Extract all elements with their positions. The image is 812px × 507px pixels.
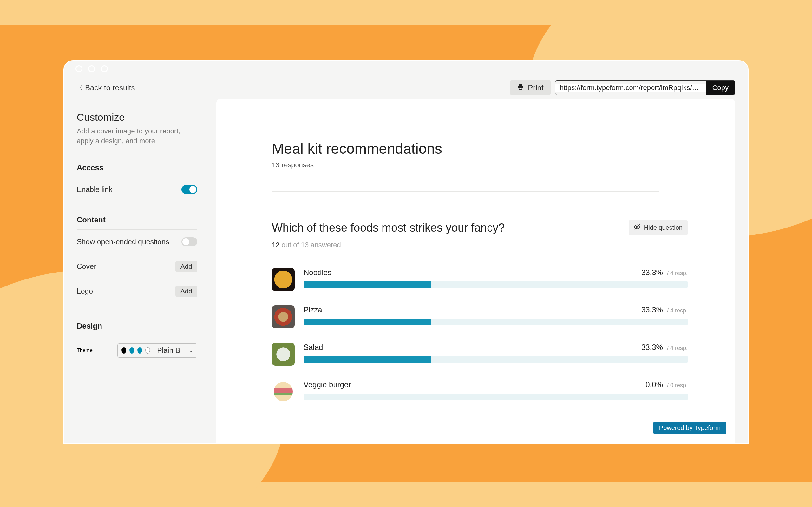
report-responses: 13 responses bbox=[272, 161, 707, 169]
report-title: Meal kit recommendations bbox=[272, 140, 707, 157]
option-respondents: / 4 resp. bbox=[665, 307, 688, 314]
option-bar-fill bbox=[304, 319, 432, 325]
cover-row: Cover Add bbox=[77, 255, 197, 279]
chevron-left-icon: 〈 bbox=[77, 84, 83, 92]
option-row: Noodles33.3% / 4 resp. bbox=[272, 268, 688, 291]
back-to-results-link[interactable]: 〈 Back to results bbox=[77, 83, 135, 92]
app-root: 〈 Back to results Print Copy Customiz bbox=[64, 77, 748, 443]
option-bar-track bbox=[304, 319, 688, 325]
logo-label: Logo bbox=[77, 287, 93, 296]
answered-count: 12 bbox=[272, 241, 280, 249]
option-bar-fill bbox=[304, 281, 432, 288]
enable-link-label: Enable link bbox=[77, 185, 113, 194]
option-percent: 33.3% bbox=[641, 343, 663, 351]
option-row: Salad33.3% / 4 resp. bbox=[272, 343, 688, 366]
option-label: Pizza bbox=[304, 305, 322, 314]
option-thumb bbox=[272, 305, 295, 328]
hide-question-label: Hide question bbox=[644, 224, 682, 231]
divider bbox=[272, 191, 659, 192]
question-header: Which of these foods most strikes your f… bbox=[272, 220, 707, 235]
logo-row: Logo Add bbox=[77, 279, 197, 304]
chevron-down-icon: ⌄ bbox=[189, 347, 193, 354]
theme-dropdown[interactable]: Plain B ⌄ bbox=[117, 343, 197, 358]
option-bar-track bbox=[304, 394, 688, 400]
sidebar-title: Customize bbox=[77, 112, 197, 123]
option-bar-track bbox=[304, 356, 688, 362]
cover-label: Cover bbox=[77, 262, 96, 271]
window-titlebar bbox=[64, 61, 748, 77]
option-respondents: / 4 resp. bbox=[665, 270, 688, 276]
content-heading: Content bbox=[77, 210, 197, 230]
copy-label: Copy bbox=[712, 83, 728, 92]
customize-sidebar: Customize Add a cover image to your repo… bbox=[77, 99, 207, 443]
printer-icon bbox=[517, 83, 524, 92]
theme-row: Theme Plain B ⌄ bbox=[77, 336, 197, 358]
add-logo-button[interactable]: Add bbox=[175, 285, 197, 297]
option-respondents: / 0 resp. bbox=[665, 382, 688, 389]
theme-label: Theme bbox=[77, 348, 93, 353]
option-percent: 0.0% bbox=[646, 380, 663, 389]
option-row: Veggie burger0.0% / 0 resp. bbox=[272, 380, 688, 403]
design-heading: Design bbox=[77, 317, 197, 336]
option-bar-track bbox=[304, 281, 688, 288]
add-label: Add bbox=[181, 263, 192, 270]
option-label: Salad bbox=[304, 343, 323, 352]
svg-rect-2 bbox=[519, 88, 522, 90]
window-dot-icon bbox=[88, 65, 95, 72]
theme-swatch-icon bbox=[137, 347, 142, 354]
option-thumb bbox=[272, 343, 295, 366]
share-url-input[interactable] bbox=[555, 83, 706, 92]
eye-off-icon bbox=[634, 223, 641, 232]
open-ended-label: Show open-ended questions bbox=[77, 238, 169, 246]
print-label: Print bbox=[528, 83, 543, 92]
theme-swatch-icon bbox=[130, 347, 134, 354]
theme-swatch-icon bbox=[145, 347, 150, 354]
access-heading: Access bbox=[77, 158, 197, 177]
enable-link-toggle[interactable] bbox=[182, 185, 197, 194]
svg-rect-0 bbox=[519, 84, 522, 86]
browser-window: 〈 Back to results Print Copy Customiz bbox=[63, 60, 749, 444]
question-title: Which of these foods most strikes your f… bbox=[272, 221, 505, 234]
enable-link-row: Enable link bbox=[77, 177, 197, 202]
back-label: Back to results bbox=[85, 83, 135, 92]
report-panel: Meal kit recommendations 13 responses Wh… bbox=[216, 99, 735, 443]
option-percent: 33.3% bbox=[641, 305, 663, 314]
window-dot-icon bbox=[101, 65, 108, 72]
option-row: Pizza33.3% / 4 resp. bbox=[272, 305, 688, 328]
add-cover-button[interactable]: Add bbox=[175, 261, 197, 272]
answered-line: 12 out of 13 answered bbox=[272, 241, 707, 249]
option-label: Noodles bbox=[304, 268, 332, 277]
option-label: Veggie burger bbox=[304, 380, 351, 389]
copy-button[interactable]: Copy bbox=[706, 81, 735, 95]
option-percent: 33.3% bbox=[641, 268, 663, 277]
option-thumb bbox=[272, 380, 295, 403]
page-body: Customize Add a cover image to your repo… bbox=[64, 99, 748, 443]
option-thumb bbox=[272, 268, 295, 291]
page-header: 〈 Back to results Print Copy bbox=[64, 77, 748, 99]
sidebar-subtitle: Add a cover image to your report, apply … bbox=[77, 126, 197, 146]
share-url-box: Copy bbox=[555, 80, 735, 95]
theme-value: Plain B bbox=[153, 346, 185, 355]
window-dot-icon bbox=[75, 65, 83, 72]
hide-question-button[interactable]: Hide question bbox=[629, 220, 688, 235]
option-respondents: / 4 resp. bbox=[665, 345, 688, 351]
open-ended-row: Show open-ended questions bbox=[77, 230, 197, 255]
add-label: Add bbox=[181, 287, 192, 295]
option-bar-fill bbox=[304, 356, 432, 362]
theme-swatch-icon bbox=[121, 347, 126, 354]
print-button[interactable]: Print bbox=[510, 80, 550, 95]
options-list: Noodles33.3% / 4 resp.Pizza33.3% / 4 res… bbox=[272, 268, 707, 403]
powered-by-badge: Powered by Typeform bbox=[653, 422, 726, 434]
open-ended-toggle[interactable] bbox=[182, 237, 197, 246]
answered-rest: out of 13 answered bbox=[280, 241, 341, 249]
